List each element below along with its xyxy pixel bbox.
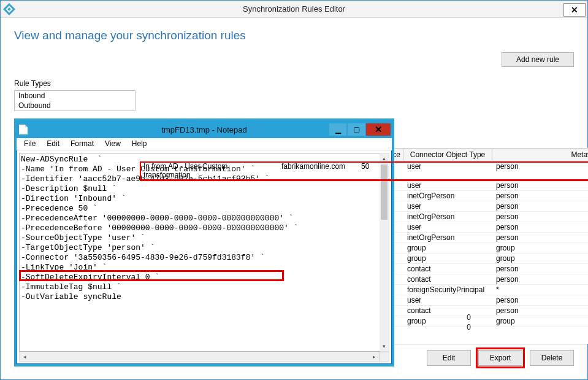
scroll-right-icon[interactable]: ▸ (369, 352, 379, 361)
scroll-corner (380, 352, 389, 362)
titlebar[interactable]: Synchronization Rules Editor ✕ (1, 1, 587, 18)
action-row: Edit Export Delete (427, 350, 574, 366)
cell-mvt: person (492, 180, 588, 190)
col-header-connector-object-type[interactable]: Connector Object Type (403, 149, 492, 161)
cell-connector: fabrikamonline.com (278, 161, 357, 180)
cell-mvt: person (492, 161, 588, 180)
rule-types-list[interactable]: InboundOutbound (14, 90, 136, 111)
notepad-menu-format[interactable]: Format (66, 138, 99, 150)
cell-cot: group (403, 316, 492, 326)
export-button[interactable]: Export (478, 350, 522, 366)
cell-cot: user (403, 161, 492, 180)
window-title: Synchronization Rules Editor (1, 4, 587, 14)
cell-cot: group (403, 254, 492, 263)
delete-button[interactable]: Delete (530, 350, 574, 366)
add-new-rule-label: Add new rule (516, 55, 559, 64)
cell-name: In from AD - User Custom transformation (140, 161, 278, 180)
cell-cot: inetOrgPerson (403, 233, 492, 242)
app-icon (3, 3, 15, 15)
cell-cot: foreignSecurityPrincipal (403, 285, 492, 295)
summary-line2: 0 (467, 323, 471, 333)
close-icon: ✕ (571, 5, 578, 15)
notepad-window[interactable]: tmpFD13.tmp - Notepad ▁ ▢ ✕ FileEditForm… (14, 118, 394, 366)
rule-type-inbound[interactable]: Inbound (15, 91, 135, 101)
cell-mvt: group (492, 243, 588, 253)
cell-mvt: person (492, 306, 588, 316)
notepad-hscrollbar[interactable]: ◂ ▸ (19, 352, 380, 362)
cell-mvt: person (492, 274, 588, 284)
cell-cot: contact (403, 306, 492, 316)
cell-cot: inetOrgPerson (403, 212, 492, 222)
cell-cot: inetOrgPerson (403, 191, 492, 201)
edit-button[interactable]: Edit (427, 350, 471, 366)
notepad-title: tmpFD13.tmp - Notepad (17, 125, 392, 134)
delete-label: Delete (541, 354, 563, 362)
notepad-menu-edit[interactable]: Edit (42, 138, 64, 150)
export-label: Export (490, 354, 511, 362)
table-row[interactable]: In from AD - User Custom transformationf… (140, 161, 588, 180)
cell-cot: contact (403, 274, 492, 284)
cell-mvt: person (492, 222, 588, 232)
scroll-down-icon[interactable]: ▾ (380, 341, 389, 351)
col-header-metaverse-object-type[interactable]: Metaverse Object Type (492, 149, 588, 161)
summary-counts: 0 0 (467, 313, 471, 333)
cell-mvt: * (492, 285, 588, 295)
cell-mvt: person (492, 233, 588, 242)
notepad-menu-help[interactable]: Help (127, 138, 152, 150)
cell-cot: user (403, 295, 492, 305)
notepad-menu-file[interactable]: File (19, 138, 40, 150)
cell-cot: group (403, 243, 492, 253)
summary-line1: 0 (467, 313, 471, 323)
cell-precedence: 50 (357, 161, 403, 180)
cell-mvt: person (492, 295, 588, 305)
cell-cot: user (403, 201, 492, 211)
notepad-titlebar[interactable]: tmpFD13.tmp - Notepad ▁ ▢ ✕ (17, 121, 392, 138)
cell-mvt: person (492, 264, 588, 274)
rule-types-label: Rule Types (14, 79, 51, 88)
scroll-left-icon[interactable]: ◂ (20, 352, 29, 361)
cell-mvt: person (492, 191, 588, 201)
close-button[interactable]: ✕ (563, 3, 586, 17)
edit-label: Edit (443, 354, 456, 362)
notepad-text-area[interactable]: New-ADSyncRule ` -Name 'In from AD - Use… (19, 153, 389, 352)
sync-rules-editor-window: Synchronization Rules Editor ✕ View and … (0, 0, 588, 380)
notepad-menu-view[interactable]: View (100, 138, 126, 150)
page-subtitle: View and manage your synchronization rul… (14, 29, 574, 42)
rule-type-outbound[interactable]: Outbound (15, 101, 135, 111)
cell-mvt: group (492, 254, 588, 263)
add-new-rule-button[interactable]: Add new rule (502, 52, 574, 67)
cell-cot: contact (403, 264, 492, 274)
notepad-menu-bar: FileEditFormatViewHelp (17, 138, 392, 150)
cell-mvt: person (492, 212, 588, 222)
cell-mvt: person (492, 201, 588, 211)
cell-cot: user (403, 180, 492, 190)
cell-cot: user (403, 222, 492, 232)
cell-mvt: group (492, 316, 588, 326)
notepad-vscrollbar[interactable]: ▴ ▾ (380, 153, 389, 352)
